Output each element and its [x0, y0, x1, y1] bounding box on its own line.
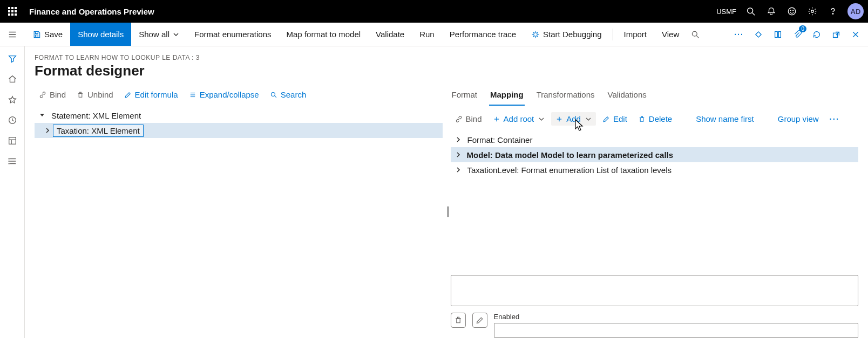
expand-toggle[interactable]	[453, 149, 464, 160]
tree-row[interactable]: TaxationLevel: Format enumeration List o…	[451, 162, 859, 177]
tab-mapping[interactable]: Mapping	[489, 87, 525, 106]
bind-button[interactable]: Bind	[35, 88, 70, 101]
svg-point-11	[534, 32, 537, 36]
tab-format[interactable]: Format	[451, 87, 479, 106]
delete-enabled-button[interactable]	[451, 313, 466, 328]
tree-row[interactable]: Format: Container	[451, 132, 859, 147]
trash-icon	[454, 316, 463, 325]
view-button[interactable]: View	[654, 23, 687, 46]
breadcrumb: FORMAT TO LEARN HOW TO LOOKUP LE DATA : …	[35, 54, 858, 61]
show-details-button[interactable]: Show details	[70, 23, 131, 46]
hamburger-icon	[8, 30, 17, 39]
tree-row[interactable]: Taxation: XML Element	[35, 123, 443, 138]
tree-node-label: Taxation: XML Element	[53, 125, 144, 137]
pane-splitter[interactable]	[445, 86, 451, 338]
open-office-button[interactable]	[770, 26, 786, 43]
show-details-label: Show details	[78, 30, 124, 39]
collapse-toggle[interactable]	[37, 110, 48, 121]
expand-collapse-button[interactable]: Expand/collapse	[185, 88, 263, 101]
show-all-button[interactable]: Show all	[131, 23, 187, 46]
add-root-button[interactable]: Add root	[489, 112, 550, 126]
search-button[interactable]: Search	[266, 88, 311, 101]
search-button[interactable]	[741, 0, 761, 23]
notifications-button[interactable]	[761, 0, 782, 23]
feedback-button[interactable]	[782, 0, 802, 23]
trash-icon	[77, 91, 84, 99]
svg-line-21	[697, 36, 699, 38]
bell-icon	[767, 6, 776, 16]
diamond-button[interactable]	[750, 26, 767, 43]
topbar: Finance and Operations Preview USMF AD	[0, 0, 868, 23]
chevron-down-icon	[538, 116, 545, 122]
enabled-field[interactable]	[494, 323, 859, 338]
svg-rect-22	[756, 31, 761, 37]
filter-button[interactable]	[3, 50, 22, 68]
modules-button[interactable]	[3, 152, 22, 170]
nav-toggle[interactable]	[0, 23, 25, 46]
diamond-icon	[754, 30, 763, 39]
svg-point-35	[9, 163, 9, 164]
expand-toggle[interactable]	[453, 134, 464, 145]
validate-button[interactable]: Validate	[368, 23, 412, 46]
svg-point-33	[9, 158, 9, 159]
settings-button[interactable]	[802, 0, 823, 23]
trash-icon	[638, 115, 646, 123]
attach-button[interactable]: 0	[789, 26, 805, 43]
tab-validations[interactable]: Validations	[606, 87, 647, 106]
workspaces-button[interactable]	[3, 132, 22, 150]
svg-line-19	[537, 32, 538, 33]
app-launcher[interactable]	[0, 0, 25, 23]
group-view-button[interactable]: Group view	[774, 112, 823, 126]
svg-point-20	[693, 31, 697, 36]
mapping-pane: Format Mapping Transformations Validatio…	[451, 86, 859, 338]
home-button[interactable]	[3, 70, 22, 88]
delete-button[interactable]: Delete	[634, 112, 676, 126]
book-icon	[773, 30, 783, 39]
edit-enabled-button[interactable]	[472, 313, 487, 328]
chevron-down-icon	[585, 116, 592, 122]
svg-rect-27	[9, 137, 16, 144]
performance-trace-button[interactable]: Performance trace	[442, 23, 524, 46]
favorites-button[interactable]	[3, 91, 22, 109]
svg-line-18	[533, 36, 534, 37]
popout-button[interactable]	[828, 26, 844, 43]
save-icon	[32, 30, 41, 39]
help-icon	[828, 6, 838, 16]
debug-icon	[531, 30, 540, 39]
map-format-button[interactable]: Map format to model	[279, 23, 369, 46]
svg-rect-10	[36, 35, 38, 37]
chevron-right-icon	[455, 151, 462, 158]
help-button[interactable]	[823, 0, 843, 23]
tree-row[interactable]: Statement: XML Element	[35, 108, 443, 123]
clock-icon	[8, 115, 17, 125]
svg-line-1	[752, 13, 755, 16]
tree-row[interactable]: Model: Data model Model to learn paramet…	[451, 147, 859, 162]
unbind-button[interactable]: Unbind	[72, 88, 118, 101]
start-debugging-button[interactable]: Start Debugging	[524, 23, 609, 46]
import-button[interactable]: Import	[616, 23, 655, 46]
tab-transformations[interactable]: Transformations	[535, 87, 596, 106]
page-title: Format designer	[35, 63, 858, 79]
toolbar-search-button[interactable]	[687, 23, 704, 46]
run-button[interactable]: Run	[412, 23, 442, 46]
edit-button[interactable]: Edit	[598, 112, 632, 126]
more-actions-button[interactable]: ···	[731, 26, 747, 43]
refresh-button[interactable]	[809, 26, 825, 43]
link-icon	[39, 91, 46, 99]
more-button[interactable]: ···	[825, 112, 844, 126]
recent-button[interactable]	[3, 111, 22, 129]
format-tree-pane: Bind Unbind Edit formula Expand/collapse	[35, 86, 445, 338]
add-button[interactable]: Add	[551, 112, 596, 126]
show-name-first-button[interactable]: Show name first	[691, 112, 758, 126]
format-enumerations-button[interactable]: Format enumerations	[187, 23, 279, 46]
smiley-icon	[787, 6, 797, 16]
expand-toggle[interactable]	[453, 164, 464, 175]
legal-entity[interactable]: USMF	[716, 8, 736, 16]
user-avatar[interactable]: AD	[847, 3, 864, 19]
save-button[interactable]: Save	[25, 23, 70, 46]
expand-toggle[interactable]	[42, 125, 53, 136]
formula-box[interactable]	[451, 275, 859, 306]
edit-formula-button[interactable]: Edit formula	[120, 88, 182, 101]
bind-button[interactable]: Bind	[451, 112, 486, 126]
close-button[interactable]	[847, 26, 864, 43]
